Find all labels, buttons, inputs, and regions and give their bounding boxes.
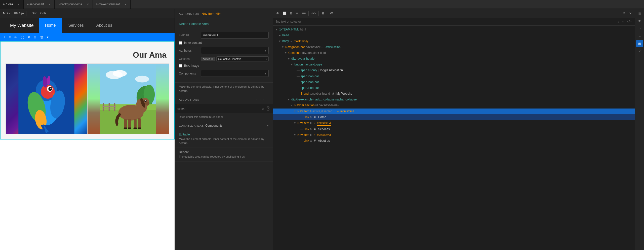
- rs-check-btn[interactable]: ✓: [636, 48, 643, 55]
- code-btn[interactable]: </>: [310, 11, 317, 16]
- cols-button[interactable]: Cols: [39, 11, 47, 16]
- sel-delete-btn[interactable]: 🗑: [39, 35, 45, 40]
- link3-text: # | About us: [314, 138, 330, 143]
- inner-content-checkbox[interactable]: [179, 41, 182, 45]
- tree-node-icon-bar3[interactable]: ▶ — span.icon-bar: [273, 85, 635, 91]
- style-btn[interactable]: ✏: [295, 11, 300, 16]
- breakpoint-selector[interactable]: MD ▾: [2, 11, 11, 16]
- attributes-row: Attributes ▾: [179, 47, 269, 54]
- component-btn[interactable]: ⊞: [320, 11, 325, 16]
- sel-text-btn[interactable]: T: [2, 35, 7, 40]
- tree-node-link1[interactable]: ▶ — Link a | # | Home: [273, 114, 635, 120]
- rs-trash-btn[interactable]: 🗑: [636, 10, 643, 17]
- bck-image-checkbox[interactable]: [179, 64, 182, 67]
- tab-2-services[interactable]: 2-services.ht... ✕: [24, 0, 55, 9]
- tab-4-makeinstance[interactable]: 4-makeinstanceof... ✕: [93, 0, 131, 9]
- tree-node-nav-item3[interactable]: ▼ Nav item li ✏ menuitem3: [273, 132, 635, 138]
- wp-btn[interactable]: W: [329, 11, 334, 16]
- svg-point-17: [113, 70, 127, 77]
- tab-3-background[interactable]: 3-background-ima... ✕: [55, 0, 93, 9]
- dom-tree[interactable]: ▼ 1-TEAM.HTML html ▶ head ▼ body ✏ maste…: [273, 26, 635, 250]
- tree-node-link2[interactable]: ▶ — Link a | # | Services: [273, 126, 635, 132]
- dom-sep1: [308, 11, 309, 16]
- field-id-input[interactable]: [201, 32, 269, 39]
- tree-node-sr-only[interactable]: ▶ — span.sr-only | Toggle navigation: [273, 67, 635, 73]
- nav-item2-edit-icon[interactable]: ✏: [313, 121, 316, 125]
- help-icon-btn[interactable]: ?: [266, 106, 270, 111]
- toggle-navbar-nav[interactable]: ▼: [290, 104, 294, 107]
- toggle-nav-item1[interactable]: ▼: [293, 110, 297, 113]
- navbar-nav-tag: ul.nav.navbar-nav: [314, 103, 339, 108]
- sel-edit-btn[interactable]: ✏: [13, 35, 18, 40]
- tree-node-nav-item1[interactable]: ▼ Nav item li.active,disabled... ✏ menui…: [273, 109, 635, 114]
- layout-btn[interactable]: ⊡: [289, 11, 294, 16]
- toggle-navbar-header[interactable]: ▼: [287, 57, 291, 61]
- nav-about[interactable]: About us: [90, 18, 118, 33]
- toggle-body[interactable]: ▼: [278, 40, 281, 43]
- sel-copy-btn[interactable]: ⧉: [27, 34, 31, 40]
- tab-close-1[interactable]: ✕: [17, 3, 20, 6]
- device-btn[interactable]: ⬜: [281, 11, 288, 16]
- sr-only-tag: span.sr-only: [301, 68, 317, 73]
- dom-search-input[interactable]: [275, 20, 616, 23]
- rs-grid-btn[interactable]: ⊞: [636, 40, 643, 47]
- class-tag-remove[interactable]: ✕: [211, 58, 213, 60]
- inner-content-row: Inner content: [179, 41, 269, 45]
- tree-node-head[interactable]: ▶ head: [273, 32, 635, 38]
- tab-1-team[interactable]: 1-tea... ✕: [0, 0, 24, 9]
- components-dropdown[interactable]: ▾: [201, 70, 269, 77]
- tab-close-3[interactable]: ✕: [86, 3, 90, 6]
- toggle-html[interactable]: ▼: [275, 28, 278, 31]
- nav-item1-edit-icon[interactable]: ✏: [336, 110, 340, 113]
- toggle-head[interactable]: ▶: [278, 34, 281, 37]
- toggle-container[interactable]: ▼: [284, 51, 288, 55]
- toggle-collapse[interactable]: ▼: [287, 98, 291, 101]
- body-edit-icon[interactable]: ✏: [290, 40, 293, 43]
- dom-filter-btn[interactable]: ▽: [621, 19, 625, 24]
- nav-item3-edit-icon[interactable]: ✏: [313, 133, 316, 137]
- tree-node-navbar-toggle[interactable]: ▼ button.navbar-toggle: [273, 62, 635, 67]
- tree-node-body[interactable]: ▼ body ✏ masterbody: [273, 38, 635, 44]
- rs-arrow-left-btn[interactable]: ←: [636, 32, 643, 40]
- dom-close-btn[interactable]: ✕: [628, 11, 633, 16]
- sel-link-btn[interactable]: ◯: [19, 35, 26, 40]
- define-editable-btn[interactable]: Define Editable Area: [175, 19, 273, 29]
- dom-code-action-btn[interactable]: </>: [626, 19, 632, 24]
- actions-search-input[interactable]: [177, 107, 261, 110]
- toggle-navbar-toggle[interactable]: ▼: [290, 63, 294, 66]
- tree-node-navbar-header[interactable]: ▼ div.navbar-header: [273, 56, 635, 62]
- tree-node-brand[interactable]: ▶ — Brand a.navbar-brand | # | My Websit…: [273, 91, 635, 97]
- search-icon-btn[interactable]: ⌕: [262, 107, 264, 111]
- tab-label: 4-makeinstanceof...: [96, 3, 122, 6]
- tree-node-collapse[interactable]: ▼ div#bs-example-navb....collapse.navbar…: [273, 97, 635, 102]
- tree-node-icon-bar1[interactable]: ▶ — span.icon-bar: [273, 74, 635, 79]
- tree-node-html[interactable]: ▼ 1-TEAM.HTML html: [273, 27, 635, 32]
- tree-node-navbar-nav[interactable]: ▼ Navbar section ul.nav.navbar-nav: [273, 102, 635, 108]
- grid-button[interactable]: Grid: [30, 11, 38, 16]
- toggle-navbar[interactable]: ▼: [281, 45, 285, 49]
- editable-areas-header[interactable]: EDITABLE AREAS Components ▾: [175, 121, 273, 130]
- sel-align-btn[interactable]: ≡: [8, 35, 12, 40]
- toggle-nav-item3[interactable]: ▼: [293, 133, 297, 137]
- view-toggle-btn[interactable]: 👁: [275, 11, 280, 16]
- nav-home[interactable]: Home: [39, 18, 62, 33]
- tree-node-icon-bar2[interactable]: ▶ — span.icon-bar: [273, 79, 635, 85]
- tree-node-container[interactable]: ▼ Container div.container-fluid: [273, 50, 635, 56]
- dom-search-actions: ▽ </>: [621, 19, 632, 24]
- tree-node-navbar[interactable]: ▼ Navigation bar nav.navbar... Define co…: [273, 44, 635, 50]
- toggle-nav-item2[interactable]: ▼: [293, 121, 297, 125]
- class-dropdown[interactable]: ple, active, inactive ▾: [216, 56, 269, 61]
- rs-arrow-right-btn[interactable]: →: [636, 25, 643, 32]
- tree-node-link3[interactable]: ▶ — Link a | # | About us: [273, 138, 635, 144]
- tab-close-4[interactable]: ✕: [124, 3, 127, 6]
- attributes-dropdown[interactable]: ▾: [201, 47, 269, 54]
- dom-eye-btn[interactable]: 👁: [621, 11, 627, 16]
- nav-services[interactable]: Services: [62, 18, 90, 33]
- define-comp-btn[interactable]: Define comp.: [325, 45, 341, 49]
- sel-grid-btn[interactable]: ⊞: [32, 35, 38, 40]
- tab-close-2[interactable]: ✕: [48, 3, 51, 6]
- format-btn[interactable]: ≡≡: [301, 11, 307, 16]
- rs-eye-btn[interactable]: 👁: [636, 17, 643, 24]
- tree-node-nav-item2[interactable]: ▼ Nav item li ✏ menuitem2: [273, 120, 635, 126]
- sel-more-btn[interactable]: ▾: [46, 35, 50, 40]
